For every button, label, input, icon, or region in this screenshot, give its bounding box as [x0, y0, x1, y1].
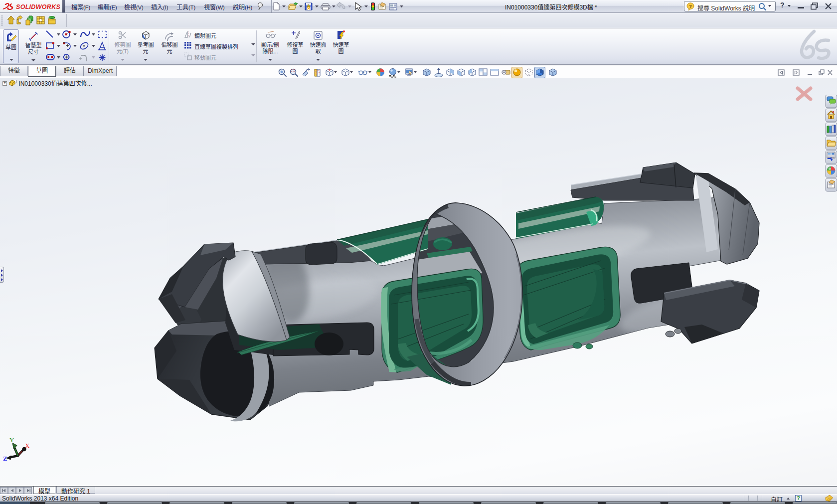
svg-text:SOLIDWORKS: SOLIDWORKS [16, 3, 60, 10]
svg-text:Y: Y [9, 436, 14, 444]
svg-text:Z: Z [3, 455, 7, 462]
svg-text:?: ? [689, 3, 692, 9]
svg-text:X: X [25, 442, 30, 449]
svg-text:!: ! [308, 4, 308, 7]
